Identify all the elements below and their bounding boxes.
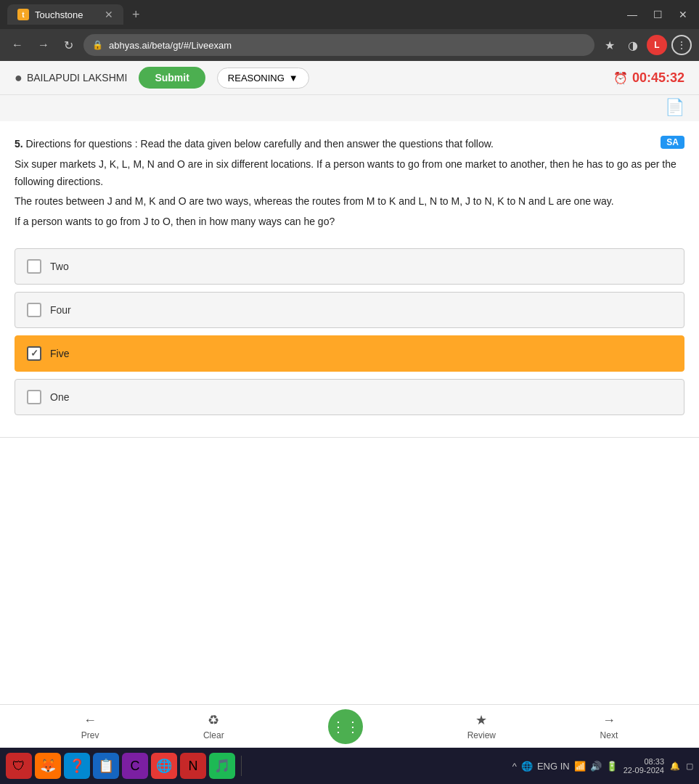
question-text: 5. Directions for questions : Read the d… [15, 136, 684, 231]
content-divider [0, 437, 699, 438]
bottom-navigation: ← Prev ♻ Clear ⋮⋮ ★ Review → Next [0, 704, 699, 748]
next-label: Next [600, 730, 618, 740]
option-d[interactable]: One [15, 379, 684, 415]
timer-icon: ⏰ [613, 71, 628, 85]
user-avatar-icon: ● [15, 70, 23, 86]
option-b[interactable]: Four [15, 292, 684, 328]
url-display: abhyas.ai/beta/gt/#/Liveexam [109, 40, 586, 51]
option-d-label: One [50, 391, 69, 403]
clock-time: 08:33 [624, 757, 664, 766]
clear-button[interactable]: ♻ Clear [203, 712, 224, 740]
system-icons: ^ 🌐 ENG IN 📶 🔊 🔋 [512, 761, 618, 772]
taskbar-app1-icon[interactable]: 🦊 [35, 753, 61, 779]
taskbar-help-icon[interactable]: ❓ [64, 753, 90, 779]
taskbar-chrome-icon[interactable]: 🌐 [151, 753, 177, 779]
submit-button[interactable]: Submit [139, 67, 205, 89]
window-controls: — ☐ ✕ [623, 7, 692, 22]
time-block: 08:33 22-09-2024 [624, 757, 664, 775]
review-label: Review [467, 730, 496, 740]
user-name: BAILAPUDI LAKSHMI [27, 72, 128, 83]
review-star-icon: ★ [475, 712, 487, 728]
browser-tab[interactable]: t Touchstone ✕ [7, 4, 123, 25]
checkmark-icon: ✓ [30, 348, 38, 359]
grid-button[interactable]: ⋮⋮ [328, 709, 363, 744]
tab-favicon-icon: t [17, 9, 29, 20]
dropdown-arrow-icon: ▼ [289, 73, 298, 83]
header-bottom: 📄 [0, 95, 699, 121]
note-icon[interactable]: 📄 [665, 98, 684, 117]
extensions-icon[interactable]: ◑ [624, 36, 642, 55]
taskbar-right: ^ 🌐 ENG IN 📶 🔊 🔋 08:33 22-09-2024 🔔 ▢ [512, 757, 693, 775]
clear-label: Clear [203, 730, 224, 740]
prev-label: Prev [81, 730, 99, 740]
close-button[interactable]: ✕ [674, 7, 692, 22]
prev-icon: ← [83, 713, 97, 728]
timer-value: 00:45:32 [632, 70, 684, 86]
taskbar: 🛡 🦊 ❓ 📋 C 🌐 N 🎵 ^ 🌐 ENG IN 📶 🔊 🔋 08:33 2… [0, 748, 699, 784]
bookmark-icon[interactable]: ★ [600, 36, 619, 55]
forward-button[interactable]: → [33, 36, 54, 54]
option-c-checkbox[interactable]: ✓ [27, 346, 41, 361]
reload-button[interactable]: ↻ [60, 36, 78, 55]
option-a-label: Two [50, 261, 69, 272]
new-tab-button[interactable]: + [132, 7, 140, 23]
profile-button[interactable]: L [647, 35, 667, 55]
question-line3: If a person wants to go from J to O, the… [15, 213, 684, 231]
back-button[interactable]: ← [7, 36, 28, 54]
browser-titlebar: t Touchstone ✕ + — ☐ ✕ [0, 0, 699, 29]
taskbar-canva-icon[interactable]: C [122, 753, 148, 779]
notification-icon: 🔔 [670, 761, 680, 771]
wifi-icon: 📶 [574, 761, 586, 772]
clock-date: 22-09-2024 [624, 766, 664, 775]
clear-icon: ♻ [208, 712, 219, 728]
option-d-checkbox[interactable] [27, 390, 41, 404]
minimize-button[interactable]: — [623, 7, 642, 22]
maximize-button[interactable]: ☐ [649, 7, 667, 22]
option-b-checkbox[interactable] [27, 303, 41, 317]
next-icon: → [602, 713, 616, 728]
prev-button[interactable]: ← Prev [81, 713, 99, 740]
chevron-icon: ^ [512, 761, 517, 772]
browser-actions: ★ ◑ L ⋮ [600, 35, 692, 55]
option-a-checkbox[interactable] [27, 259, 41, 274]
battery-icon: 🔋 [606, 761, 618, 772]
tab-close-button[interactable]: ✕ [105, 9, 113, 20]
app-header: ● BAILAPUDI LAKSHMI Submit REASONING ▼ ⏰… [0, 61, 699, 95]
question-line2: The routes between J and M, K and O are … [15, 193, 684, 211]
subject-dropdown[interactable]: REASONING ▼ [217, 68, 309, 89]
taskbar-spotify-icon[interactable]: 🎵 [209, 753, 235, 779]
options-area: Two Four ✓ Five One [0, 241, 699, 422]
option-c[interactable]: ✓ Five [15, 335, 684, 372]
review-button[interactable]: ★ Review [467, 712, 496, 740]
volume-icon: 🔊 [590, 761, 602, 772]
question-number: 5. [15, 138, 23, 150]
taskbar-netflix-icon[interactable]: N [180, 753, 206, 779]
browser-addressbar: ← → ↻ 🔒 abhyas.ai/beta/gt/#/Liveexam ★ ◑… [0, 29, 699, 61]
taskview-icon: ▢ [686, 761, 693, 771]
grid-icon: ⋮⋮ [331, 718, 360, 735]
question-direction: Directions for questions : Read the data… [26, 138, 494, 150]
user-info: ● BAILAPUDI LAKSHMI [15, 70, 127, 86]
lang-label: ENG IN [537, 761, 570, 772]
question-area: SA 5. Directions for questions : Read th… [0, 121, 699, 241]
timer-display: ⏰ 00:45:32 [613, 70, 684, 86]
next-button[interactable]: → Next [600, 713, 618, 740]
question-type-badge: SA [661, 136, 684, 149]
taskbar-notes-icon[interactable]: 📋 [93, 753, 119, 779]
option-b-label: Four [50, 304, 71, 316]
subject-label: REASONING [228, 73, 285, 83]
address-bar[interactable]: 🔒 abhyas.ai/beta/gt/#/Liveexam [83, 34, 594, 56]
option-a[interactable]: Two [15, 248, 684, 285]
menu-button[interactable]: ⋮ [671, 35, 692, 55]
question-line1: Six super markets J, K, L, M, N and O ar… [15, 156, 684, 191]
taskbar-antivirus-icon[interactable]: 🛡 [6, 753, 32, 779]
option-c-label: Five [50, 348, 69, 359]
security-icon: 🔒 [92, 40, 103, 50]
tab-title: Touchstone [35, 9, 83, 20]
taskbar-separator [241, 756, 242, 776]
network-icon: 🌐 [521, 761, 533, 772]
